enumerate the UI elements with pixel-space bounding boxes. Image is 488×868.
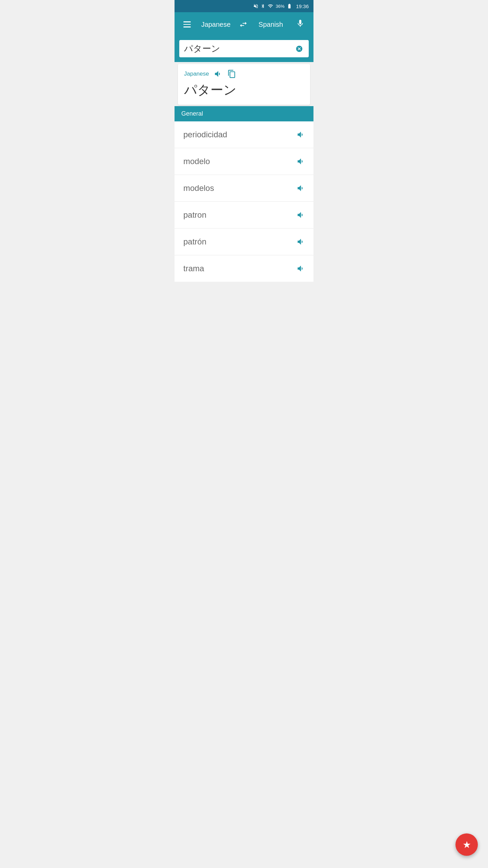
speak-translation-button[interactable] (295, 209, 307, 221)
result-language-label: Japanese (184, 71, 209, 77)
speaker-icon (297, 237, 305, 246)
target-language-button[interactable]: Spanish (252, 21, 290, 28)
speak-result-button[interactable] (214, 70, 223, 78)
section-title: General (181, 110, 203, 117)
source-language-button[interactable]: Japanese (197, 21, 235, 28)
speaker-icon (297, 211, 305, 219)
status-bar: 36% 19:36 (175, 0, 313, 12)
status-time: 19:36 (296, 3, 309, 9)
search-bar (175, 37, 313, 62)
translation-word: periodicidad (183, 130, 295, 139)
clear-icon (296, 44, 303, 54)
hamburger-button[interactable] (181, 19, 194, 30)
translation-item[interactable]: patrón (175, 229, 313, 255)
app-bar: Japanese Spanish (175, 12, 313, 37)
search-input[interactable] (184, 43, 294, 54)
clear-button[interactable] (294, 44, 304, 54)
speak-translation-button[interactable] (295, 263, 307, 274)
mute-icon (253, 3, 259, 9)
speak-translation-button[interactable] (295, 236, 307, 248)
microphone-button[interactable] (293, 16, 307, 33)
translation-item[interactable]: trama (175, 255, 313, 282)
translation-word: modelo (183, 157, 295, 166)
speaker-icon (297, 184, 305, 193)
battery-icon (286, 3, 292, 9)
speak-translation-button[interactable] (295, 182, 307, 194)
speak-translation-button[interactable] (295, 129, 307, 140)
signal-icon (267, 3, 273, 9)
translation-item[interactable]: modelos (175, 175, 313, 202)
result-card-header: Japanese (184, 70, 304, 78)
result-card: Japanese パターン (178, 64, 310, 105)
translation-word: trama (183, 264, 295, 273)
speaker-icon (297, 157, 305, 166)
status-icons: 36% 19:36 (253, 3, 309, 9)
translation-item[interactable]: patron (175, 202, 313, 229)
battery-level: 36% (276, 4, 284, 9)
copy-result-button[interactable] (227, 70, 236, 78)
translation-word: patrón (183, 237, 295, 246)
translation-word: patron (183, 210, 295, 220)
bluetooth-icon (261, 3, 265, 9)
speaker-icon (297, 130, 305, 139)
mic-icon (296, 19, 305, 28)
translation-list: periodicidadmodelomodelospatronpatróntra… (175, 121, 313, 282)
speaker-icon (297, 264, 305, 273)
copy-icon (227, 70, 236, 78)
translation-item[interactable]: modelo (175, 148, 313, 175)
swap-languages-button[interactable] (235, 17, 252, 32)
section-header: General (175, 106, 313, 121)
speak-translation-button[interactable] (295, 156, 307, 167)
translation-item[interactable]: periodicidad (175, 121, 313, 148)
search-input-wrapper (179, 40, 309, 57)
translation-word: modelos (183, 183, 295, 193)
result-text: パターン (184, 82, 304, 98)
swap-icon (239, 20, 248, 29)
speaker-icon (214, 70, 223, 78)
